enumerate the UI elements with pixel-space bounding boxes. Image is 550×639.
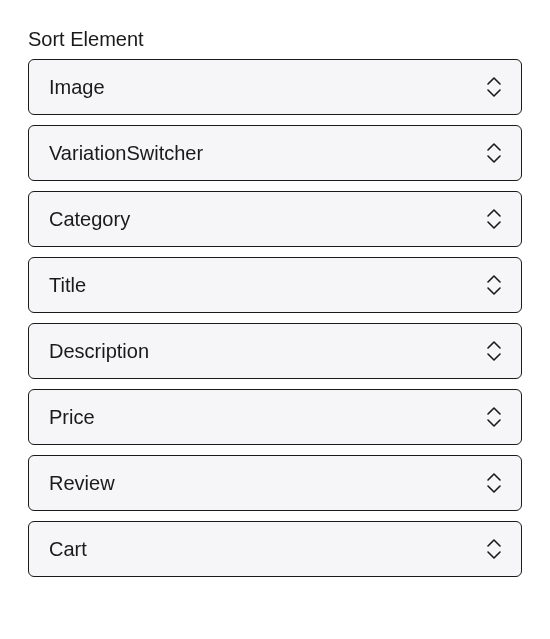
sort-item-label: VariationSwitcher [49,142,203,165]
chevron-up-icon [485,76,503,87]
drag-handle-icon[interactable] [485,76,503,98]
sort-item-label: Price [49,406,95,429]
drag-handle-icon[interactable] [485,472,503,494]
sort-item-label: Cart [49,538,87,561]
sort-item-label: Image [49,76,105,99]
drag-handle-icon[interactable] [485,406,503,428]
chevron-down-icon [485,285,503,296]
sort-item-label: Title [49,274,86,297]
chevron-up-icon [485,142,503,153]
sort-item-variation-switcher[interactable]: VariationSwitcher [28,125,522,181]
sort-item-label: Description [49,340,149,363]
sort-item-label: Category [49,208,130,231]
chevron-up-icon [485,406,503,417]
chevron-down-icon [485,351,503,362]
sort-item-review[interactable]: Review [28,455,522,511]
drag-handle-icon[interactable] [485,208,503,230]
chevron-down-icon [485,549,503,560]
drag-handle-icon[interactable] [485,340,503,362]
chevron-down-icon [485,417,503,428]
section-title: Sort Element [28,28,522,51]
sort-item-description[interactable]: Description [28,323,522,379]
chevron-up-icon [485,274,503,285]
drag-handle-icon[interactable] [485,538,503,560]
chevron-down-icon [485,483,503,494]
sort-item-category[interactable]: Category [28,191,522,247]
drag-handle-icon[interactable] [485,274,503,296]
chevron-down-icon [485,153,503,164]
sort-item-title[interactable]: Title [28,257,522,313]
chevron-up-icon [485,472,503,483]
chevron-up-icon [485,208,503,219]
sort-item-label: Review [49,472,115,495]
drag-handle-icon[interactable] [485,142,503,164]
sort-item-price[interactable]: Price [28,389,522,445]
chevron-up-icon [485,340,503,351]
chevron-down-icon [485,219,503,230]
sort-list: ImageVariationSwitcherCategoryTitleDescr… [28,59,522,577]
sort-item-cart[interactable]: Cart [28,521,522,577]
chevron-up-icon [485,538,503,549]
chevron-down-icon [485,87,503,98]
sort-item-image[interactable]: Image [28,59,522,115]
